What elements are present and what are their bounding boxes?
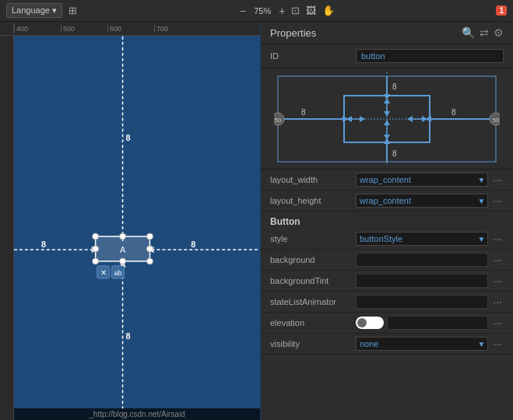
hand-icon[interactable]: ✋ bbox=[321, 3, 336, 18]
button-section-header: Button bbox=[261, 212, 513, 229]
elevation-label: elevation bbox=[270, 318, 356, 327]
visibility-label: visibility bbox=[270, 339, 356, 348]
visibility-more[interactable]: ··· bbox=[491, 338, 504, 350]
layout-width-label: layout_width bbox=[270, 175, 356, 184]
visibility-select-wrapper: none visible invisible gone ▼ bbox=[356, 337, 488, 351]
visibility-select[interactable]: none visible invisible gone bbox=[356, 337, 488, 351]
id-input[interactable] bbox=[356, 49, 504, 63]
search-icon[interactable]: 🔍 bbox=[462, 26, 475, 39]
svg-point-15 bbox=[93, 233, 99, 240]
design-svg: 8 8 8 8 A bbox=[14, 36, 260, 420]
background-value[interactable] bbox=[356, 253, 488, 267]
elevation-toggle-knob bbox=[357, 318, 367, 327]
language-label: Language bbox=[12, 5, 50, 15]
svg-marker-54 bbox=[407, 116, 413, 122]
state-list-more[interactable]: ··· bbox=[491, 296, 504, 308]
layout-icon[interactable]: ⊞ bbox=[67, 3, 79, 18]
ruler-top: 400 500 600 700 bbox=[0, 22, 260, 36]
layout-height-more[interactable]: ··· bbox=[491, 194, 504, 207]
svg-text:8: 8 bbox=[41, 240, 46, 249]
layout-height-row: layout_height wrap_content match_parent … bbox=[261, 191, 513, 212]
ruler-tick-600: 600 bbox=[107, 25, 154, 33]
settings-icon[interactable]: ⚙ bbox=[494, 26, 504, 39]
svg-marker-51 bbox=[360, 116, 365, 122]
canvas-inner[interactable]: 8 8 8 8 A bbox=[14, 36, 260, 420]
toolbar-left: Language ▾ ⊞ bbox=[6, 3, 79, 18]
background-tint-row: backgroundTint ··· bbox=[261, 271, 513, 292]
properties-panel: Properties 🔍 ⇄ ⚙ ID bbox=[261, 22, 513, 420]
toolbar-center: − 75% + ⊡ 🖼 ✋ bbox=[79, 3, 496, 18]
elevation-row: elevation ··· bbox=[261, 313, 513, 334]
fit-screen-icon[interactable]: ⊡ bbox=[290, 3, 301, 18]
svg-text:8: 8 bbox=[126, 331, 131, 341]
svg-point-22 bbox=[146, 246, 153, 252]
constraint-svg: 8 8 8 8 50 bbox=[274, 72, 500, 166]
background-row: background ··· bbox=[261, 250, 513, 271]
language-button[interactable]: Language ▾ bbox=[6, 3, 62, 18]
layout-width-row: layout_width wrap_content match_parent m… bbox=[261, 170, 513, 191]
svg-text:ab: ab bbox=[114, 269, 122, 277]
svg-text:8: 8 bbox=[392, 82, 397, 91]
background-tint-value[interactable] bbox=[356, 274, 488, 288]
style-more[interactable]: ··· bbox=[491, 233, 504, 245]
ruler-numbers: 400 500 600 700 bbox=[14, 22, 201, 35]
elevation-more[interactable]: ··· bbox=[491, 317, 504, 329]
svg-rect-0 bbox=[14, 37, 260, 419]
zoom-in-button[interactable]: + bbox=[277, 5, 286, 17]
watermark: _http://blog.csdn.net/Airsaid bbox=[14, 408, 260, 420]
svg-point-17 bbox=[93, 258, 99, 264]
elevation-toggle[interactable] bbox=[356, 317, 384, 329]
svg-point-21 bbox=[93, 246, 99, 252]
layout-width-select[interactable]: wrap_content match_parent match_constrai… bbox=[356, 173, 488, 187]
background-tint-more[interactable]: ··· bbox=[491, 275, 504, 287]
properties-header: Properties 🔍 ⇄ ⚙ bbox=[261, 22, 513, 44]
header-icons: 🔍 ⇄ ⚙ bbox=[462, 26, 504, 39]
svg-marker-48 bbox=[384, 111, 390, 117]
style-select-wrapper: buttonStyle borderlessButtonStyle ▼ bbox=[356, 232, 488, 246]
svg-text:8: 8 bbox=[301, 108, 306, 117]
background-label: background bbox=[270, 255, 356, 264]
ruler-tick-500: 500 bbox=[61, 25, 107, 33]
svg-marker-49 bbox=[384, 98, 390, 103]
state-list-row: stateListAnimator ··· bbox=[261, 292, 513, 313]
zoom-out-button[interactable]: − bbox=[238, 5, 248, 17]
ruler-corner bbox=[0, 22, 14, 36]
canvas-area: 400 500 600 700 bbox=[0, 22, 261, 420]
svg-text:8: 8 bbox=[452, 108, 456, 117]
button-section-label: Button bbox=[270, 216, 300, 227]
ruler-tick-400: 400 bbox=[14, 25, 61, 33]
image-icon[interactable]: 🖼 bbox=[304, 3, 318, 18]
svg-point-16 bbox=[146, 233, 153, 240]
id-label: ID bbox=[270, 51, 356, 61]
svg-text:✕: ✕ bbox=[100, 268, 107, 277]
properties-title: Properties bbox=[270, 27, 316, 39]
svg-marker-52 bbox=[346, 116, 352, 122]
elevation-input[interactable] bbox=[387, 316, 488, 330]
style-select[interactable]: buttonStyle borderlessButtonStyle bbox=[356, 232, 488, 246]
zoom-level: 75% bbox=[251, 6, 274, 16]
background-more[interactable]: ··· bbox=[491, 254, 504, 266]
constraint-diagram: 8 8 8 8 50 bbox=[261, 68, 513, 170]
svg-text:50: 50 bbox=[493, 117, 500, 124]
layout-width-select-wrapper: wrap_content match_parent match_constrai… bbox=[356, 173, 488, 187]
style-label: style bbox=[270, 234, 356, 243]
svg-marker-58 bbox=[384, 135, 390, 140]
style-row: style buttonStyle borderlessButtonStyle … bbox=[261, 229, 513, 250]
visibility-row: visibility none visible invisible gone ▼… bbox=[261, 334, 513, 355]
main-container: 400 500 600 700 bbox=[0, 22, 513, 420]
svg-point-20 bbox=[120, 258, 126, 264]
layout-height-select[interactable]: wrap_content match_parent match_constrai… bbox=[356, 194, 488, 208]
canvas-content: 8 8 8 8 A bbox=[0, 36, 260, 420]
svg-point-18 bbox=[146, 258, 153, 264]
svg-text:50: 50 bbox=[275, 117, 282, 124]
toolbar-right: 1 bbox=[496, 5, 507, 16]
ruler-tick-700: 700 bbox=[154, 25, 201, 33]
layout-height-label: layout_height bbox=[270, 196, 356, 205]
toolbar: Language ▾ ⊞ − 75% + ⊡ 🖼 ✋ 1 bbox=[0, 0, 513, 22]
svg-marker-55 bbox=[422, 116, 427, 122]
svg-text:A: A bbox=[120, 245, 126, 254]
filter-icon[interactable]: ⇄ bbox=[480, 26, 489, 39]
notification-badge[interactable]: 1 bbox=[496, 5, 507, 16]
layout-width-more[interactable]: ··· bbox=[491, 173, 504, 186]
state-list-value[interactable] bbox=[356, 295, 488, 309]
